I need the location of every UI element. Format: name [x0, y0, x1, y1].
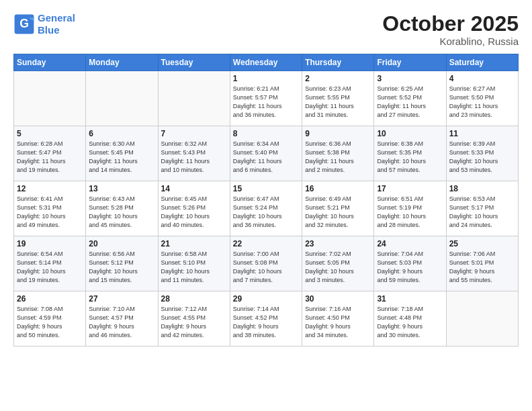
day-info: Sunrise: 6:27 AM Sunset: 5:50 PM Dayligh… [449, 85, 515, 120]
day-number: 25 [449, 239, 515, 248]
day-info: Sunrise: 7:12 AM Sunset: 4:55 PM Dayligh… [161, 305, 227, 340]
calendar-cell: 18Sunrise: 6:53 AM Sunset: 5:17 PM Dayli… [446, 181, 518, 236]
day-info: Sunrise: 6:56 AM Sunset: 5:12 PM Dayligh… [89, 250, 154, 285]
day-number: 17 [377, 184, 443, 193]
calendar-cell: 3Sunrise: 6:25 AM Sunset: 5:52 PM Daylig… [374, 71, 446, 126]
calendar-cell: 6Sunrise: 6:30 AM Sunset: 5:45 PM Daylig… [86, 126, 158, 181]
day-info: Sunrise: 6:58 AM Sunset: 5:10 PM Dayligh… [161, 250, 227, 285]
day-info: Sunrise: 7:00 AM Sunset: 5:08 PM Dayligh… [233, 250, 299, 285]
logo: G General Blue [13, 12, 75, 36]
day-info: Sunrise: 6:41 AM Sunset: 5:31 PM Dayligh… [17, 195, 83, 230]
day-number: 11 [449, 129, 515, 138]
calendar-cell: 9Sunrise: 6:36 AM Sunset: 5:38 PM Daylig… [302, 126, 374, 181]
day-number: 20 [89, 239, 154, 248]
calendar-cell: 31Sunrise: 7:18 AM Sunset: 4:48 PM Dayli… [374, 291, 446, 347]
calendar-cell [158, 71, 230, 126]
weekday-header-tuesday: Tuesday [158, 54, 230, 71]
day-info: Sunrise: 6:36 AM Sunset: 5:38 PM Dayligh… [305, 140, 371, 175]
title-block: October 2025 Korablino, Russia [382, 12, 519, 47]
day-info: Sunrise: 6:53 AM Sunset: 5:17 PM Dayligh… [449, 195, 515, 230]
day-number: 19 [17, 239, 83, 248]
weekday-header-sunday: Sunday [14, 54, 86, 71]
calendar-cell: 25Sunrise: 7:06 AM Sunset: 5:01 PM Dayli… [446, 236, 518, 291]
calendar-cell: 5Sunrise: 6:28 AM Sunset: 5:47 PM Daylig… [14, 126, 86, 181]
calendar-cell: 29Sunrise: 7:14 AM Sunset: 4:52 PM Dayli… [230, 291, 302, 347]
calendar-cell: 20Sunrise: 6:56 AM Sunset: 5:12 PM Dayli… [86, 236, 158, 291]
day-number: 2 [305, 74, 371, 83]
day-number: 28 [161, 294, 227, 304]
day-info: Sunrise: 6:51 AM Sunset: 5:19 PM Dayligh… [377, 195, 443, 230]
day-info: Sunrise: 6:49 AM Sunset: 5:21 PM Dayligh… [305, 195, 371, 230]
location: Korablino, Russia [382, 36, 519, 47]
weekday-header-wednesday: Wednesday [230, 54, 302, 71]
calendar-cell: 28Sunrise: 7:12 AM Sunset: 4:55 PM Dayli… [158, 291, 230, 347]
calendar-cell: 8Sunrise: 6:34 AM Sunset: 5:40 PM Daylig… [230, 126, 302, 181]
day-number: 15 [233, 184, 299, 193]
day-number: 18 [449, 184, 515, 193]
day-number: 13 [89, 184, 154, 193]
day-number: 8 [233, 129, 299, 138]
day-info: Sunrise: 7:04 AM Sunset: 5:03 PM Dayligh… [377, 250, 443, 285]
calendar-cell [14, 71, 86, 126]
day-number: 26 [17, 294, 83, 304]
month-title: October 2025 [382, 12, 519, 36]
day-number: 29 [233, 294, 299, 304]
day-info: Sunrise: 6:30 AM Sunset: 5:45 PM Dayligh… [89, 140, 154, 175]
calendar-cell: 17Sunrise: 6:51 AM Sunset: 5:19 PM Dayli… [374, 181, 446, 236]
calendar-cell: 14Sunrise: 6:45 AM Sunset: 5:26 PM Dayli… [158, 181, 230, 236]
calendar-cell: 19Sunrise: 6:54 AM Sunset: 5:14 PM Dayli… [14, 236, 86, 291]
day-number: 30 [305, 294, 371, 304]
weekday-header-friday: Friday [374, 54, 446, 71]
day-number: 4 [449, 74, 515, 83]
calendar-cell: 23Sunrise: 7:02 AM Sunset: 5:05 PM Dayli… [302, 236, 374, 291]
day-info: Sunrise: 7:06 AM Sunset: 5:01 PM Dayligh… [449, 250, 515, 285]
weekday-header-monday: Monday [86, 54, 158, 71]
calendar-table: SundayMondayTuesdayWednesdayThursdayFrid… [13, 54, 519, 347]
weekday-header-thursday: Thursday [302, 54, 374, 71]
calendar-cell: 27Sunrise: 7:10 AM Sunset: 4:57 PM Dayli… [86, 291, 158, 347]
day-info: Sunrise: 7:08 AM Sunset: 4:59 PM Dayligh… [17, 305, 83, 340]
day-number: 10 [377, 129, 443, 138]
day-info: Sunrise: 6:39 AM Sunset: 5:33 PM Dayligh… [449, 140, 515, 175]
weekday-header-saturday: Saturday [446, 54, 518, 71]
day-number: 21 [161, 239, 227, 248]
day-info: Sunrise: 6:32 AM Sunset: 5:43 PM Dayligh… [161, 140, 227, 175]
calendar-cell: 11Sunrise: 6:39 AM Sunset: 5:33 PM Dayli… [446, 126, 518, 181]
calendar-cell: 12Sunrise: 6:41 AM Sunset: 5:31 PM Dayli… [14, 181, 86, 236]
day-info: Sunrise: 6:23 AM Sunset: 5:55 PM Dayligh… [305, 85, 371, 120]
calendar-cell: 13Sunrise: 6:43 AM Sunset: 5:28 PM Dayli… [86, 181, 158, 236]
calendar-cell: 4Sunrise: 6:27 AM Sunset: 5:50 PM Daylig… [446, 71, 518, 126]
day-number: 1 [233, 74, 299, 83]
day-info: Sunrise: 7:10 AM Sunset: 4:57 PM Dayligh… [89, 305, 154, 340]
calendar-cell [446, 291, 518, 347]
calendar-cell: 30Sunrise: 7:16 AM Sunset: 4:50 PM Dayli… [302, 291, 374, 347]
page-header: G General Blue October 2025 Korablino, R… [13, 12, 519, 47]
calendar-cell: 26Sunrise: 7:08 AM Sunset: 4:59 PM Dayli… [14, 291, 86, 347]
day-info: Sunrise: 6:47 AM Sunset: 5:24 PM Dayligh… [233, 195, 299, 230]
day-info: Sunrise: 6:21 AM Sunset: 5:57 PM Dayligh… [233, 85, 299, 120]
calendar-cell: 10Sunrise: 6:38 AM Sunset: 5:35 PM Dayli… [374, 126, 446, 181]
calendar-cell: 24Sunrise: 7:04 AM Sunset: 5:03 PM Dayli… [374, 236, 446, 291]
calendar-cell: 7Sunrise: 6:32 AM Sunset: 5:43 PM Daylig… [158, 126, 230, 181]
day-number: 6 [89, 129, 154, 138]
day-number: 12 [17, 184, 83, 193]
day-number: 5 [17, 129, 83, 138]
day-number: 27 [89, 294, 154, 304]
calendar-cell: 1Sunrise: 6:21 AM Sunset: 5:57 PM Daylig… [230, 71, 302, 126]
svg-text:G: G [19, 17, 29, 30]
day-info: Sunrise: 7:02 AM Sunset: 5:05 PM Dayligh… [305, 250, 371, 285]
day-info: Sunrise: 6:54 AM Sunset: 5:14 PM Dayligh… [17, 250, 83, 285]
day-number: 3 [377, 74, 443, 83]
calendar-cell: 2Sunrise: 6:23 AM Sunset: 5:55 PM Daylig… [302, 71, 374, 126]
day-info: Sunrise: 6:38 AM Sunset: 5:35 PM Dayligh… [377, 140, 443, 175]
logo-icon: G [13, 13, 35, 35]
day-info: Sunrise: 7:16 AM Sunset: 4:50 PM Dayligh… [305, 305, 371, 340]
day-number: 16 [305, 184, 371, 193]
day-info: Sunrise: 6:45 AM Sunset: 5:26 PM Dayligh… [161, 195, 227, 230]
calendar-cell: 21Sunrise: 6:58 AM Sunset: 5:10 PM Dayli… [158, 236, 230, 291]
day-number: 24 [377, 239, 443, 248]
calendar-cell [86, 71, 158, 126]
day-number: 9 [305, 129, 371, 138]
day-info: Sunrise: 6:25 AM Sunset: 5:52 PM Dayligh… [377, 85, 443, 120]
day-info: Sunrise: 7:14 AM Sunset: 4:52 PM Dayligh… [233, 305, 299, 340]
